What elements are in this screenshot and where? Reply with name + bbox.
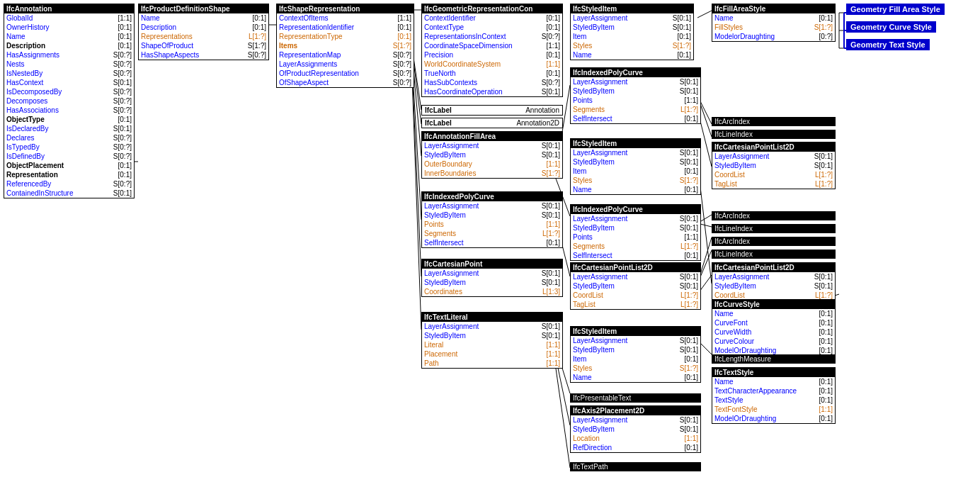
box-ifcStyledItem2-title: IfcStyledItem [571, 139, 700, 148]
row-containedinstructure: ContainedInStructureS[0:1] [4, 189, 134, 198]
row-ctxident: ContextIdentifier[0:1] [422, 13, 562, 23]
box-ifcStyledItem2-body: LayerAssignmentS[0:1] StyledByItemS[0:1]… [571, 148, 700, 194]
box-ifcLabel1: IfcLabel Annotation [421, 105, 563, 116]
row-ipc2-pts: Points[1:1] [571, 96, 700, 105]
row-precision: Precision[0:1] [422, 50, 562, 60]
svg-line-15 [697, 11, 712, 18]
box-ifcIndexedPolyCurve3-title: IfcIndexedPolyCurve [571, 205, 700, 214]
box-ifcAxis2Placement2D: IfcAxis2Placement2D LayerAssignmentS[0:1… [570, 405, 701, 453]
row-layerassign: LayerAssignmentsS[0:?] [277, 60, 414, 69]
box-ifcAnnotation: IfcAnnotation GlobalId[1:1] OwnerHistory… [4, 4, 135, 198]
box-ifcGeometricRepCtx-body: ContextIdentifier[0:1] ContextType[0:1] … [422, 13, 562, 96]
box-ifcCartesianPoint-body: LayerAssignmentS[0:1] StyledByItemS[0:1]… [422, 269, 562, 296]
row-representation: Representation[0:1] [4, 170, 134, 179]
row-ts-name: Name[0:1] [712, 377, 835, 386]
row-name: Name[0:1] [4, 32, 134, 41]
box-ifcTextStyle-title: IfcTextStyle [712, 368, 835, 377]
row-a2p-sbi: StyledByItemS[0:1] [571, 425, 700, 434]
box-ifcTextLiteral: IfcTextLiteral LayerAssignmentS[0:1] Sty… [421, 312, 563, 369]
row-ipc1-pts: Points[1:1] [422, 220, 562, 229]
row-objectplacement: ObjectPlacement[0:1] [4, 161, 134, 170]
row-si2-sbi: StyledByItemS[0:1] [571, 157, 700, 167]
row-ipc1-seg: SegmentsL[1:?] [422, 229, 562, 238]
row-referencedby: ReferencedByS[0:?] [4, 179, 134, 189]
row-cs-font: CurveFont[0:1] [712, 318, 835, 327]
row-isdecomposedby: IsDecomposedByS[0:?] [4, 87, 134, 96]
row-ipc2-seg: SegmentsL[1:?] [571, 105, 700, 114]
box-ifcProductDefinitionShape-title: IfcProductDefinitionShape [139, 4, 268, 13]
box-ifcLineIndex1: IfcLineIndex [712, 130, 836, 139]
box-ifcCurveStyle-body: Name[0:1] CurveFont[0:1] CurveWidth[0:1]… [712, 309, 835, 355]
box-ifcAnnotationFillArea: IfcAnnotationFillArea LayerAssignmentS[0… [421, 131, 563, 179]
row-si2-styles: StylesS[1:?] [571, 176, 700, 185]
row-truenorth: TrueNorth[0:1] [422, 69, 562, 78]
box-ifcFillAreaStyle-title: IfcFillAreaStyle [712, 4, 835, 13]
row-a2p-refdir: RefDirection[0:1] [571, 443, 700, 452]
row-si3-item: Item[0:1] [571, 354, 700, 364]
row-cs-colour: CurveColour[0:1] [712, 337, 835, 346]
row-cp-la: LayerAssignmentS[0:1] [422, 269, 562, 278]
row-cpld2-sbi: StyledByItemS[0:1] [712, 161, 835, 170]
box-ifcAnnotation-body: GlobalId[1:1] OwnerHistory[0:1] Name[0:1… [4, 13, 134, 198]
sidebar-label-fill: Geometry Fill Area Style [846, 4, 945, 15]
row-cpld2-tl: TagListL[1:?] [712, 179, 835, 189]
row-isdeclaredby: IsDeclaredByS[0:1] [4, 124, 134, 133]
row-cpld3-la: LayerAssignmentS[0:1] [712, 272, 835, 281]
box-ifcCartesianPointList2D2: IfcCartesianPointList2D LayerAssignmentS… [712, 142, 836, 189]
row-cs-name: Name[0:1] [712, 309, 835, 318]
box-ifcGeometricRepCtx: IfcGeometricRepresentationCon ContextIde… [421, 4, 563, 97]
row-a2p-la: LayerAssignmentS[0:1] [571, 415, 700, 425]
row-la1: LayerAssignmentS[0:1] [571, 13, 693, 23]
box-ifcAxis2Placement2D-body: LayerAssignmentS[0:1] StyledByItemS[0:1]… [571, 415, 700, 452]
box-ifcStyledItem1-title: IfcStyledItem [571, 4, 693, 13]
box-ifcLineIndex3: IfcLineIndex [712, 250, 836, 259]
box-ifcArcIndex3: IfcArcIndex [712, 237, 836, 246]
row-cpld1-sbi: StyledByItemS[0:1] [571, 281, 700, 291]
row-istypedby: IsTypedByS[0:?] [4, 142, 134, 152]
row-ts-tfs: TextFontStyle[1:1] [712, 405, 835, 414]
row-hassubctx: HasSubContextsS[0:?] [422, 78, 562, 87]
box-ifcAnnotation-title: IfcAnnotation [4, 4, 134, 13]
box-ifcCartesianPointList2D1-title: IfcCartesianPointList2D [571, 263, 700, 272]
box-ifcStyledItem1: IfcStyledItem LayerAssignmentS[0:1] Styl… [570, 4, 694, 60]
box-ifcCartesianPointList2D2-body: LayerAssignmentS[0:1] StyledByItemS[0:1]… [712, 152, 835, 189]
box-ifcCurveStyle: IfcCurveStyle Name[0:1] CurveFont[0:1] C… [712, 299, 836, 356]
row-tl-place: Placement[1:1] [422, 349, 562, 359]
row-coorddim: CoordinateSpaceDimension[1:1] [422, 41, 562, 50]
row-ipc3-seg: SegmentsL[1:?] [571, 242, 700, 251]
box-ifcTextLiteral-title: IfcTextLiteral [422, 313, 562, 322]
row-ipc3-la: LayerAssignmentS[0:1] [571, 214, 700, 223]
row-fas-fillstyles: FillStylesS[1:?] [712, 23, 835, 32]
row-ipc1-la: LayerAssignmentS[0:1] [422, 201, 562, 211]
row-afa-ib: InnerBoundariesS[1:?] [422, 169, 562, 178]
box-ifcFillAreaStyle: IfcFillAreaStyle Name[0:1] FillStylesS[1… [712, 4, 836, 42]
box-ifcCartesianPointList2D1: IfcCartesianPointList2D LayerAssignmentS… [570, 262, 701, 310]
row-si2-la: LayerAssignmentS[0:1] [571, 148, 700, 157]
box-ifcStyledItem3-title: IfcStyledItem [571, 327, 700, 336]
row-a2p-loc: Location[1:1] [571, 434, 700, 443]
box-ifcProductDefinitionShape: IfcProductDefinitionShape Name[0:1] Desc… [138, 4, 269, 60]
row-ipc3-si: SelfIntersect[0:1] [571, 251, 700, 260]
row-reptype: RepresentationType[0:1] [277, 32, 414, 41]
box-ifcStyledItem3: IfcStyledItem LayerAssignmentS[0:1] Styl… [570, 326, 701, 383]
row-tl-lit: Literal[1:1] [422, 340, 562, 349]
row-ipc2-la: LayerAssignmentS[0:1] [571, 77, 700, 86]
box-ifcTextStyle: IfcTextStyle Name[0:1] TextCharacterAppe… [712, 367, 836, 424]
box-ifcCartesianPointList2D3-title: IfcCartesianPointList2D [712, 263, 835, 272]
row-repid: RepresentationIdentifier[0:1] [277, 23, 414, 32]
row-styles1: StylesS[1:?] [571, 41, 693, 50]
box-ifcAnnotationFillArea-title: IfcAnnotationFillArea [422, 132, 562, 141]
row-desc: Description[0:1] [139, 23, 268, 32]
box-ifcArcIndex2: IfcArcIndex [712, 211, 836, 220]
row-objecttype: ObjectType[0:1] [4, 115, 134, 124]
row-reps: RepresentationsL[1:?] [139, 32, 268, 41]
row-cpld3-sbi: StyledByItemS[0:1] [712, 281, 835, 291]
row-nests: NestsS[0:?] [4, 60, 134, 69]
row-ofprodrepr: OfProductRepresentationS[0:?] [277, 69, 414, 78]
box-ifcIndexedPolyCurve3: IfcIndexedPolyCurve LayerAssignmentS[0:1… [570, 204, 701, 261]
row-name: Name[0:1] [139, 13, 268, 23]
box-ifcIndexedPolyCurve3-body: LayerAssignmentS[0:1] StyledByItemS[0:1]… [571, 214, 700, 260]
box-ifcCartesianPoint: IfcCartesianPoint LayerAssignmentS[0:1] … [421, 259, 563, 297]
row-cpld1-tl: TagListL[1:?] [571, 300, 700, 309]
row-sbi1: StyledByItemS[0:1] [571, 23, 693, 32]
